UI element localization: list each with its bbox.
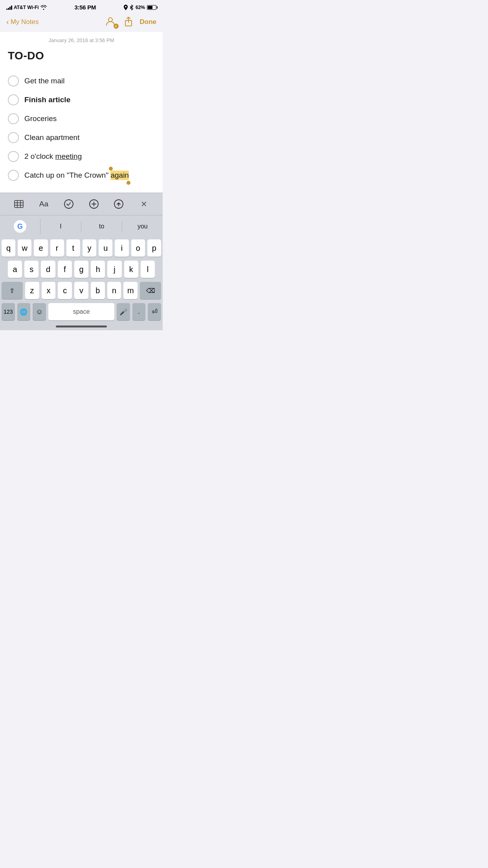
predictive-item-2[interactable]: to bbox=[82, 221, 122, 232]
key-b[interactable]: b bbox=[91, 282, 105, 299]
predictive-item-3[interactable]: you bbox=[123, 221, 163, 232]
table-icon bbox=[14, 200, 24, 208]
person-plus-badge: + bbox=[114, 24, 119, 29]
note-date: January 26, 2018 at 3:56 PM bbox=[8, 32, 155, 50]
keyboard-toolbar: Aa ✕ bbox=[0, 193, 163, 215]
list-item: 2 o'clock meeting bbox=[8, 147, 155, 166]
todo-text-2: Finish article bbox=[24, 95, 70, 105]
status-left: AT&T Wi-Fi bbox=[6, 5, 47, 10]
share-button[interactable] bbox=[124, 17, 133, 27]
key-y[interactable]: y bbox=[83, 239, 96, 257]
key-e[interactable]: e bbox=[34, 239, 48, 257]
key-h[interactable]: h bbox=[91, 261, 105, 278]
format-label: Aa bbox=[39, 200, 48, 208]
format-button[interactable]: Aa bbox=[35, 197, 52, 211]
list-item: Finish article bbox=[8, 90, 155, 109]
home-bar bbox=[56, 326, 107, 327]
svg-point-0 bbox=[108, 18, 112, 22]
add-person-button[interactable]: + bbox=[105, 16, 117, 28]
key-g[interactable]: g bbox=[74, 261, 88, 278]
add-button[interactable] bbox=[85, 197, 103, 211]
todo-checkbox-2[interactable] bbox=[8, 94, 19, 105]
wifi-icon bbox=[40, 5, 47, 10]
globe-button[interactable]: 🌐 bbox=[17, 303, 31, 320]
table-icon-button[interactable] bbox=[10, 197, 28, 211]
predictive-text-1: I bbox=[60, 223, 61, 230]
shift-button[interactable]: ⇧ bbox=[2, 282, 23, 299]
todo-text-3: Groceries bbox=[24, 114, 57, 124]
list-item: Groceries bbox=[8, 109, 155, 128]
key-u[interactable]: u bbox=[99, 239, 112, 257]
key-r[interactable]: r bbox=[50, 239, 64, 257]
nav-right-buttons: + Done bbox=[105, 16, 157, 28]
checklist-button[interactable] bbox=[60, 197, 77, 211]
todo-text-6: Catch up on "The Crown" again bbox=[24, 171, 129, 180]
note-title: TO-DO bbox=[8, 50, 155, 62]
key-s[interactable]: s bbox=[24, 261, 39, 278]
key-z[interactable]: z bbox=[25, 282, 39, 299]
underlined-word: meeting bbox=[55, 152, 82, 160]
plus-circle-icon bbox=[89, 199, 99, 209]
space-button[interactable]: space bbox=[48, 303, 114, 320]
send-button[interactable] bbox=[110, 197, 127, 211]
back-chevron-icon: ‹ bbox=[6, 18, 9, 26]
status-right: 62% bbox=[124, 5, 156, 10]
keyboard-row-3: ⇧ z x c v b n m ⌫ bbox=[0, 280, 163, 301]
arrow-circle-icon bbox=[114, 199, 124, 209]
key-v[interactable]: v bbox=[74, 282, 88, 299]
google-logo: G bbox=[14, 220, 26, 233]
key-j[interactable]: j bbox=[107, 261, 121, 278]
key-o[interactable]: o bbox=[131, 239, 145, 257]
key-c[interactable]: c bbox=[58, 282, 72, 299]
key-p[interactable]: p bbox=[147, 239, 161, 257]
carrier-label: AT&T Wi-Fi bbox=[14, 5, 39, 10]
key-t[interactable]: t bbox=[66, 239, 80, 257]
todo-checkbox-1[interactable] bbox=[8, 75, 19, 86]
google-suggest[interactable]: G bbox=[0, 219, 40, 234]
key-m[interactable]: m bbox=[123, 282, 138, 299]
done-button[interactable]: Done bbox=[140, 18, 157, 26]
key-k[interactable]: k bbox=[124, 261, 138, 278]
content-area: January 26, 2018 at 3:56 PM TO-DO Get th… bbox=[0, 32, 163, 193]
back-button[interactable]: ‹ My Notes bbox=[6, 18, 39, 26]
return-button[interactable]: ⏎ bbox=[148, 303, 161, 320]
check-circle-icon bbox=[64, 199, 74, 209]
key-d[interactable]: d bbox=[41, 261, 55, 278]
emoji-button[interactable]: ☺ bbox=[33, 303, 46, 320]
todo-checkbox-4[interactable] bbox=[8, 132, 19, 143]
predictive-bar: G I to you bbox=[0, 215, 163, 237]
close-keyboard-button[interactable]: ✕ bbox=[135, 197, 152, 211]
key-i[interactable]: i bbox=[115, 239, 128, 257]
share-icon bbox=[124, 17, 133, 27]
status-bar: AT&T Wi-Fi 3:56 PM 62% bbox=[0, 0, 163, 13]
bluetooth-icon bbox=[130, 5, 134, 10]
back-label: My Notes bbox=[11, 18, 39, 26]
numbers-button[interactable]: 123 bbox=[2, 303, 15, 320]
keyboard-row-1: q w e r t y u i o p bbox=[0, 237, 163, 259]
location-icon bbox=[124, 5, 128, 10]
signal-bar-1 bbox=[6, 9, 7, 10]
key-x[interactable]: x bbox=[42, 282, 56, 299]
signal-bars bbox=[6, 5, 12, 10]
predictive-item-1[interactable]: I bbox=[40, 221, 81, 232]
predictive-text-2: to bbox=[99, 223, 104, 230]
key-f[interactable]: f bbox=[58, 261, 72, 278]
todo-checkbox-6[interactable] bbox=[8, 170, 19, 181]
battery-percent: 62% bbox=[136, 5, 145, 10]
key-n[interactable]: n bbox=[107, 282, 121, 299]
period-button[interactable]: . bbox=[132, 303, 146, 320]
key-q[interactable]: q bbox=[2, 239, 15, 257]
signal-bar-2 bbox=[8, 8, 9, 10]
key-a[interactable]: a bbox=[8, 261, 22, 278]
delete-button[interactable]: ⌫ bbox=[140, 282, 161, 299]
microphone-button[interactable]: 🎤 bbox=[117, 303, 130, 320]
home-indicator bbox=[0, 322, 163, 330]
key-l[interactable]: l bbox=[141, 261, 155, 278]
predictive-text-3: you bbox=[138, 223, 148, 230]
key-w[interactable]: w bbox=[18, 239, 31, 257]
todo-list: Get the mail Finish article Groceries Cl… bbox=[8, 72, 155, 185]
list-item: Get the mail bbox=[8, 72, 155, 90]
todo-checkbox-3[interactable] bbox=[8, 113, 19, 124]
todo-checkbox-5[interactable] bbox=[8, 151, 19, 162]
battery-fill bbox=[148, 6, 152, 9]
